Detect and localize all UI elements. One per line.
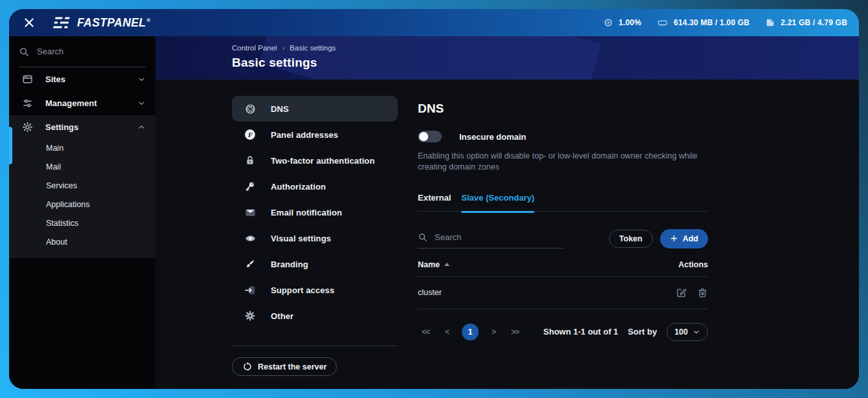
restart-server-button[interactable]: Restart the server	[232, 357, 337, 376]
sidebar-subitem-about[interactable]: About	[9, 233, 155, 252]
system-stats: 1.00% 614.30 MB / 1.00 GB 2.21 GB / 4.79…	[603, 17, 847, 28]
sidebar-subitem-statistics[interactable]: Statistics	[9, 214, 155, 233]
chevron-up-icon	[137, 123, 146, 131]
memory-stat: 614.30 MB / 1.00 GB	[657, 17, 749, 28]
sidebar-search	[19, 36, 146, 67]
nav-item-authorization[interactable]: Authorization	[232, 173, 398, 199]
table-search	[418, 232, 564, 249]
table-search-input[interactable]	[435, 232, 545, 242]
sliders-icon	[21, 98, 33, 109]
pager: << < 1 > >>	[418, 324, 523, 340]
disk-stat: 2.21 GB / 4.79 GB	[765, 17, 847, 28]
nav-item-email-notification[interactable]: Email notification	[232, 199, 398, 225]
prev-page-button[interactable]: <	[441, 325, 453, 339]
page-size-value: 100	[674, 327, 688, 337]
active-section-indicator	[9, 127, 12, 164]
breadcrumb-separator: ›	[282, 44, 285, 52]
key-icon	[242, 181, 258, 192]
brush-icon	[242, 258, 258, 270]
gear-filled-icon	[242, 310, 258, 322]
tab-slave-secondary[interactable]: Slave (Secondary)	[461, 193, 534, 203]
equalizer-logo-icon	[52, 16, 73, 29]
nav-divider	[232, 346, 398, 346]
row-name-cell: cluster	[418, 288, 442, 297]
page-size-select[interactable]: 100	[667, 323, 708, 341]
browser-window-icon	[21, 74, 33, 85]
top-bar: FASTPANEL® 1.00% 614.30 MB / 1.00 GB	[9, 9, 859, 36]
table-row: cluster	[418, 277, 708, 309]
breadcrumb-control-panel[interactable]: Control Panel	[232, 44, 277, 52]
sidebar-item-management[interactable]: Management	[9, 91, 155, 115]
restart-server-label: Restart the server	[258, 362, 326, 371]
nav-item-other[interactable]: Other	[232, 303, 398, 329]
page-title: Basic settings	[232, 56, 859, 70]
table-toolbar: Token Add	[418, 229, 708, 249]
sidebar-item-label: Management	[45, 98, 97, 108]
pagination: << < 1 > >> Shown 1-1 out of 1 Sort by 1…	[418, 323, 708, 341]
sidebar-subitem-mail[interactable]: Mail	[9, 158, 155, 177]
eye-icon	[242, 232, 258, 245]
logo-text: FASTPANEL®	[77, 16, 151, 30]
cpu-icon	[603, 17, 613, 28]
nav-item-panel-addresses[interactable]: F Panel addresses	[232, 122, 398, 148]
sidebar-item-settings[interactable]: Settings	[9, 115, 155, 139]
close-icon[interactable]	[18, 12, 40, 34]
nav-item-label: Two-factor authentication	[271, 156, 374, 166]
insecure-domain-row: Insecure domain	[418, 131, 708, 142]
settings-nav: DNS F Panel addresses	[232, 96, 398, 376]
add-button-label: Add	[683, 234, 698, 243]
current-page-button[interactable]: 1	[462, 324, 479, 340]
tab-external[interactable]: External	[418, 193, 451, 203]
sort-asc-icon	[444, 263, 450, 266]
search-icon	[418, 232, 428, 242]
nav-item-label: Support access	[271, 285, 334, 295]
edit-icon[interactable]	[676, 287, 687, 298]
nav-item-visual-settings[interactable]: Visual settings	[232, 225, 398, 251]
f-badge-icon: F	[242, 128, 258, 141]
add-button[interactable]: Add	[660, 229, 708, 249]
envelope-icon	[242, 206, 258, 219]
token-button[interactable]: Token	[609, 230, 653, 248]
delete-icon[interactable]	[697, 287, 708, 298]
memory-icon	[657, 17, 668, 28]
row-actions	[676, 287, 708, 298]
nav-item-two-factor[interactable]: Two-factor authentication	[232, 148, 398, 173]
chevron-down-icon	[137, 99, 146, 107]
column-actions: Actions	[678, 260, 708, 269]
nav-item-label: Email notification	[271, 208, 342, 217]
column-actions-label: Actions	[678, 260, 708, 269]
breadcrumb-basic-settings: Basic settings	[290, 44, 336, 52]
sidebar-subitem-main[interactable]: Main	[9, 139, 155, 158]
section-description: Enabling this option will disable top- o…	[418, 151, 703, 173]
fastpanel-logo: FASTPANEL®	[52, 16, 151, 30]
globe-icon	[242, 103, 258, 115]
next-page-button[interactable]: >	[488, 325, 499, 339]
shown-count-text: Shown 1-1 out of 1	[543, 327, 619, 337]
gear-icon	[21, 122, 33, 133]
nav-item-support-access[interactable]: Support access	[232, 277, 398, 303]
nav-item-label: Visual settings	[271, 234, 331, 243]
sidebar-subitem-applications[interactable]: Applications	[9, 195, 155, 214]
app-panel: FASTPANEL® 1.00% 614.30 MB / 1.00 GB	[9, 9, 859, 389]
restart-icon	[242, 362, 252, 371]
first-page-button[interactable]: <<	[418, 325, 433, 339]
nav-item-dns[interactable]: DNS	[232, 96, 398, 122]
cpu-value: 1.00%	[619, 18, 641, 27]
svg-text:F: F	[247, 131, 253, 138]
chevron-down-icon	[692, 328, 700, 336]
sidebar-subitem-services[interactable]: Services	[9, 177, 155, 195]
nav-item-label: DNS	[271, 104, 289, 114]
cpu-stat: 1.00%	[603, 17, 641, 28]
sidebar-item-sites[interactable]: Sites	[9, 67, 155, 91]
last-page-button[interactable]: >>	[507, 325, 523, 339]
page-header: Control Panel › Basic settings Basic set…	[155, 36, 859, 80]
nav-item-label: Authorization	[271, 182, 326, 192]
sidebar-search-input[interactable]	[37, 47, 121, 56]
nav-item-branding[interactable]: Branding	[232, 251, 398, 277]
nav-item-label: Panel addresses	[271, 130, 338, 140]
dns-tabs: External Slave (Secondary)	[418, 193, 708, 212]
plus-icon	[670, 234, 678, 243]
sort-by-label: Sort by	[628, 327, 657, 337]
insecure-domain-toggle[interactable]	[418, 131, 442, 142]
column-name[interactable]: Name	[418, 260, 450, 269]
